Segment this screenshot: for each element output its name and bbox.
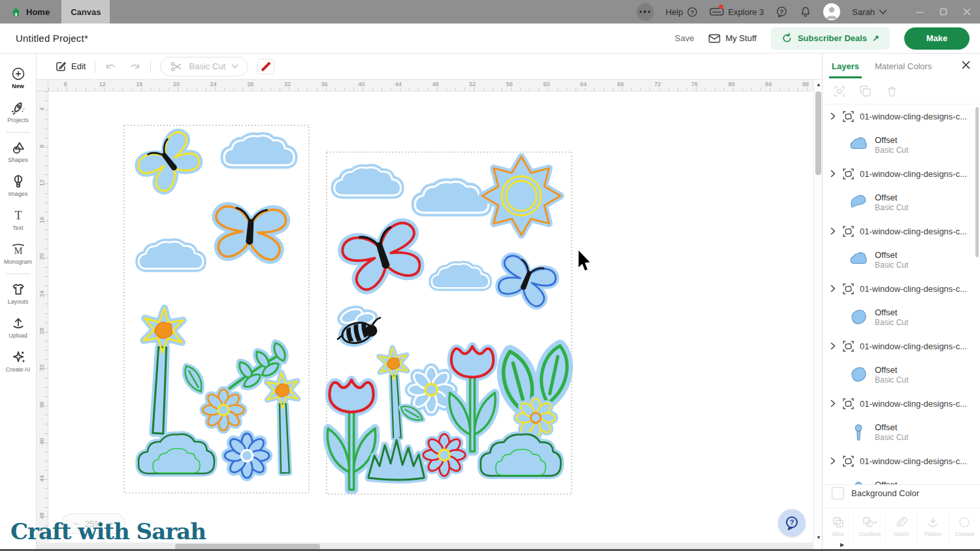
- redo-icon[interactable]: [128, 61, 141, 72]
- design-bush[interactable]: [481, 434, 561, 476]
- bell-icon[interactable]: [800, 6, 811, 18]
- design-daisy-red[interactable]: [423, 434, 465, 476]
- design-butterfly-yellow[interactable]: [135, 129, 205, 196]
- sidebar-item-upload[interactable]: Upload: [0, 311, 36, 345]
- design-daisy-orange[interactable]: [203, 390, 244, 431]
- combine-button[interactable]: Combine: [853, 509, 885, 544]
- make-button[interactable]: Make: [904, 27, 970, 50]
- attach-button[interactable]: Attach: [885, 509, 917, 544]
- tab-canvas[interactable]: Canvas: [61, 0, 110, 24]
- chevron-right-icon[interactable]: [829, 342, 837, 350]
- user-menu[interactable]: Sarah: [852, 7, 887, 17]
- help-menu[interactable]: Help ?: [666, 7, 698, 18]
- design-bush[interactable]: [139, 434, 214, 473]
- chevron-right-icon[interactable]: [829, 400, 837, 407]
- layer-group-row[interactable]: 01-window-cling-designs-c...: [823, 104, 980, 128]
- more-menu-button[interactable]: [636, 3, 654, 21]
- svg-text:M: M: [14, 245, 22, 256]
- design-butterfly-orange[interactable]: [214, 206, 287, 260]
- layer-group-row[interactable]: 01-window-cling-designs-c...: [823, 219, 980, 243]
- layer-thumbnail: [850, 251, 867, 268]
- window-minimize-button[interactable]: [916, 8, 924, 16]
- layer-offset-row[interactable]: OffsetBasic Cut: [823, 473, 980, 484]
- panel-scroll-right-icon[interactable]: ▶: [840, 542, 844, 548]
- feedback-icon[interactable]: ?: [776, 6, 788, 18]
- tab-home[interactable]: Home: [0, 0, 61, 24]
- layer-group-row[interactable]: 01-window-cling-designs-c...: [823, 392, 980, 415]
- save-button[interactable]: Save: [675, 33, 694, 43]
- vertical-scroll-thumb[interactable]: [815, 91, 821, 175]
- layer-group-row[interactable]: 01-window-cling-designs-c...: [823, 449, 980, 473]
- scroll-up-icon[interactable]: ▲: [816, 82, 821, 87]
- ruler-number: 44: [395, 81, 402, 87]
- layer-thumbnail: [850, 366, 867, 383]
- my-stuff-button[interactable]: My Stuff: [708, 33, 756, 44]
- design-butterfly-blue[interactable]: [493, 253, 558, 310]
- design-leaf[interactable]: [181, 363, 206, 394]
- layer-offset-row[interactable]: OffsetBasic Cut: [823, 415, 980, 449]
- design-daffodil[interactable]: [139, 307, 184, 435]
- subscriber-deals-button[interactable]: Subscriber Deals ↗: [771, 27, 890, 50]
- design-cloud[interactable]: [335, 167, 401, 195]
- design-daisy-blue[interactable]: [225, 433, 269, 478]
- design-cloud[interactable]: [224, 136, 294, 165]
- close-panel-button[interactable]: [961, 60, 971, 72]
- layer-offset-row[interactable]: OffsetBasic Cut: [823, 185, 980, 219]
- window-close-button[interactable]: [963, 8, 971, 16]
- sidebar-item-new[interactable]: New: [0, 61, 36, 95]
- design-sun[interactable]: [482, 157, 561, 235]
- avatar[interactable]: [823, 3, 840, 20]
- window-maximize-button[interactable]: [939, 8, 947, 16]
- help-bubble-button[interactable]: ?: [778, 509, 806, 537]
- chevron-right-icon[interactable]: [829, 112, 837, 120]
- design-cloud[interactable]: [432, 264, 489, 288]
- scroll-down-icon[interactable]: ▼: [816, 535, 821, 541]
- design-butterfly-red[interactable]: [340, 220, 427, 294]
- linetype-swatch[interactable]: [257, 59, 274, 74]
- ruler-number: 28: [247, 81, 253, 87]
- chevron-right-icon[interactable]: [829, 227, 837, 235]
- sidebar-item-images[interactable]: Images: [0, 169, 36, 203]
- layer-group-row[interactable]: 01-window-cling-designs-c...: [823, 162, 980, 185]
- duplicate-icon[interactable]: [859, 85, 872, 98]
- sidebar-item-create-ai[interactable]: Create AI: [0, 345, 36, 379]
- contour-button[interactable]: Contour: [949, 509, 980, 544]
- sidebar-item-layouts[interactable]: Layouts: [0, 277, 36, 311]
- project-title[interactable]: Untitled Project*: [16, 33, 88, 44]
- sidebar-item-monogram[interactable]: M Monogram: [0, 237, 36, 271]
- chevron-right-icon[interactable]: [829, 285, 837, 292]
- layer-offset-row[interactable]: OffsetBasic Cut: [823, 243, 980, 277]
- group-select-icon[interactable]: [833, 85, 846, 98]
- layer-group-name: 01-window-cling-designs-c...: [860, 341, 967, 351]
- edit-button[interactable]: Edit: [55, 61, 86, 72]
- sidebar-item-text[interactable]: T Text: [0, 203, 36, 237]
- sidebar-item-projects[interactable]: Projects: [0, 95, 36, 129]
- layer-offset-row[interactable]: OffsetBasic Cut: [823, 300, 980, 334]
- layer-offset-row[interactable]: OffsetBasic Cut: [823, 128, 980, 162]
- tab-layers[interactable]: Layers: [832, 54, 859, 78]
- background-color-swatch[interactable]: [832, 487, 844, 499]
- design-bee[interactable]: [335, 306, 385, 347]
- chevron-right-icon[interactable]: [829, 457, 837, 465]
- machine-menu[interactable]: Explore 3: [710, 7, 764, 17]
- combine-icon: [862, 516, 877, 529]
- panel-scroll-thumb[interactable]: [975, 107, 979, 257]
- slice-button[interactable]: Slice: [823, 509, 853, 544]
- canvas-toolbar: Edit Basic Cut: [37, 54, 822, 80]
- design-cloud[interactable]: [139, 242, 203, 269]
- sidebar-item-shapes[interactable]: Shapes: [0, 135, 36, 169]
- delete-icon[interactable]: [885, 85, 898, 98]
- material-dropdown[interactable]: Basic Cut: [160, 57, 248, 76]
- canvas[interactable]: 8121620242832364044485256606468727680848…: [37, 80, 822, 551]
- design-tulip[interactable]: [449, 347, 495, 452]
- chevron-right-icon[interactable]: [829, 170, 837, 178]
- flatten-button[interactable]: Flatten: [917, 509, 948, 544]
- layer-group-row[interactable]: 01-window-cling-designs-c...: [823, 277, 980, 300]
- design-leaf[interactable]: [536, 343, 572, 406]
- undo-icon[interactable]: [105, 61, 118, 72]
- tab-material-colors[interactable]: Material Colors: [875, 54, 932, 78]
- layer-offset-row[interactable]: OffsetBasic Cut: [823, 358, 980, 392]
- design-cloud[interactable]: [415, 181, 488, 212]
- vertical-scrollbar[interactable]: ▲ ▼: [813, 80, 822, 543]
- layer-group-row[interactable]: 01-window-cling-designs-c...: [823, 334, 980, 358]
